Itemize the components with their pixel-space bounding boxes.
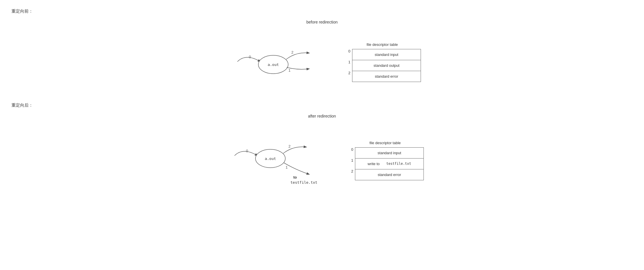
before-fd-idx-0: 0 [344,49,350,60]
before-fd-row-1: 1 standard output [344,60,421,71]
after-fd-row-2: 2 standard error [346,169,424,180]
before-fd-idx-2: 2 [344,71,350,82]
before-process-diagram: 0 a.out 2 1 [223,33,321,91]
after-fd-row-1: 1 write to testfile.txt [346,158,424,169]
after-fd-row-0: 0 standard input [346,147,424,158]
after-fd-cell-0: standard input [355,147,424,158]
after-fd-cell-2: standard error [355,169,424,180]
after-section: 重定向后： after redirection 0 a.out 2 1 [11,103,633,194]
after-section-label: 重定向后： [11,103,633,108]
svg-text:2: 2 [291,50,293,54]
svg-text:1: 1 [286,165,288,169]
before-fd-table: file descriptor table 0 standard input 1… [344,42,421,82]
before-section-label: 重定向前： [11,9,633,14]
svg-text:testfile.txt: testfile.txt [290,180,317,185]
before-fd-row-0: 0 standard input [344,49,421,60]
before-fd-table-title: file descriptor table [344,42,421,47]
svg-text:to: to [293,175,297,179]
svg-text:1: 1 [288,68,290,73]
svg-text:a.out: a.out [268,62,279,67]
after-fd-table: file descriptor table 0 standard input 1… [346,141,424,180]
svg-text:a.out: a.out [265,156,276,161]
before-fd-cell-0: standard input [352,49,421,60]
before-diagram-area: 0 a.out 2 1 [11,33,633,91]
before-fd-cell-1: standard output [352,60,421,71]
before-section: 重定向前： before redirection 0 a.out 2 1 [11,9,633,91]
after-fd-cell-1: write to testfile.txt [355,158,424,169]
after-fd-cell-1-write: write to [368,162,380,166]
before-fd-idx-1: 1 [344,60,350,71]
after-fd-cell-1-filename: testfile.txt [386,162,411,166]
svg-text:0: 0 [246,149,248,153]
svg-text:2: 2 [288,144,290,148]
before-fd-row-2: 2 standard error [344,71,421,82]
after-svg: 0 a.out 2 1 to testfile.txt [220,127,323,193]
after-fd-table-title: file descriptor table [346,141,424,145]
after-fd-rows: 0 standard input 1 write to testfile.txt… [346,147,424,180]
after-fd-idx-1: 1 [346,158,353,169]
after-diagram-area: 0 a.out 2 1 to testfile.txt [11,127,633,194]
svg-text:0: 0 [249,55,251,59]
after-diagram-title: after redirection [11,114,633,118]
before-fd-rows: 0 standard input 1 standard output 2 sta… [344,49,421,82]
after-process-diagram: 0 a.out 2 1 to testfile.txt [220,127,323,194]
after-fd-idx-0: 0 [346,147,353,158]
before-fd-cell-2: standard error [352,71,421,82]
before-diagram-title: before redirection [11,20,633,24]
before-svg: 0 a.out 2 1 [223,33,321,90]
after-fd-idx-2: 2 [346,169,353,180]
